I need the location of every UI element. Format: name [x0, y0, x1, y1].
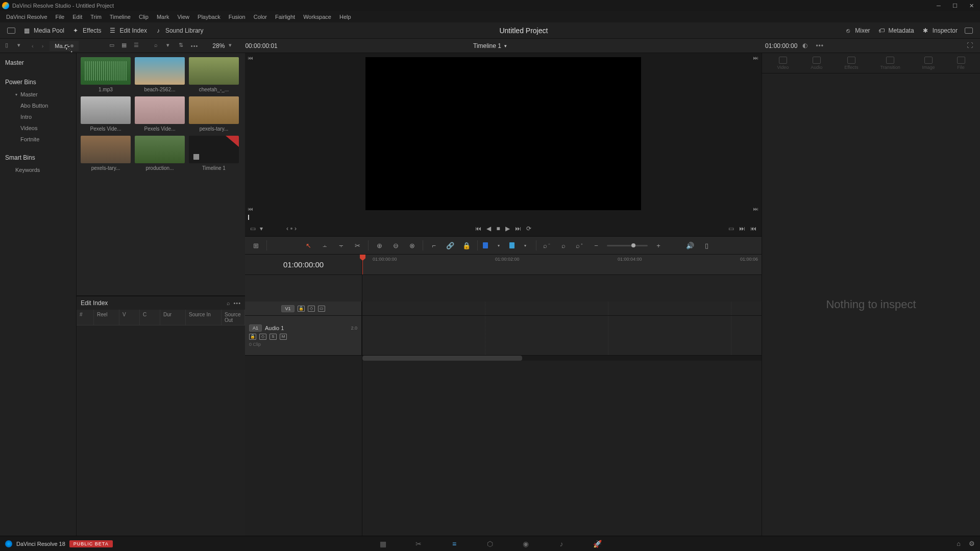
chevron-down-icon[interactable]: ▾ — [504, 43, 507, 48]
selection-tool-icon[interactable]: ↖ — [303, 240, 314, 251]
flag-blue-icon[interactable] — [483, 242, 488, 248]
lock-icon[interactable]: 🔒 — [249, 334, 256, 340]
last-frame-icon[interactable]: ⏭ — [753, 55, 758, 61]
col-v[interactable]: V — [119, 310, 140, 325]
power-bins-header[interactable]: Power Bins — [0, 76, 76, 89]
col-dur[interactable]: Dur — [160, 310, 186, 325]
effects-button[interactable]: ✦ Effects — [71, 27, 101, 35]
inspector-button[interactable]: ✱ Inspector — [921, 27, 958, 35]
maximize-button[interactable]: ☐ — [951, 2, 959, 9]
snapping-icon[interactable]: ⌐ — [428, 240, 439, 251]
loop-icon[interactable]: ⟳ — [526, 225, 531, 232]
chevron-down-icon[interactable]: ▾ — [229, 42, 237, 50]
timeline-body[interactable]: 01:00:00:00 01:00:02:00 01:00:04:00 01:0… — [362, 255, 762, 536]
menu-help[interactable]: Help — [335, 12, 355, 21]
inspector-tab-image[interactable]: Image — [922, 57, 935, 70]
chevron-down-icon[interactable]: ▾ — [17, 42, 26, 50]
timeline-scrollbar[interactable] — [362, 356, 762, 361]
insert-clip-icon[interactable]: ⊕ — [374, 240, 385, 251]
search-icon[interactable]: ⌕ — [154, 42, 162, 50]
media-clip[interactable]: beach-2562... — [135, 57, 185, 92]
next-edit-icon[interactable]: › — [295, 225, 297, 232]
overwrite-clip-icon[interactable]: ⊖ — [390, 240, 401, 251]
chevron-down-icon[interactable]: ▾ — [166, 42, 175, 50]
menu-view[interactable]: View — [173, 12, 193, 21]
last-frame-icon[interactable]: ⏭ — [753, 206, 758, 212]
bin-item-videos[interactable]: Videos — [0, 122, 76, 134]
media-clip[interactable]: Pexels Vide... — [135, 96, 185, 132]
a1-dest-badge[interactable]: A1 — [249, 324, 262, 332]
close-button[interactable]: ✕ — [968, 2, 975, 9]
replace-clip-icon[interactable]: ⊗ — [406, 240, 418, 251]
media-clip[interactable]: pexels-tary... — [81, 136, 131, 171]
bin-master[interactable]: Master — [0, 56, 76, 69]
menu-edit[interactable]: Edit — [68, 12, 86, 21]
menu-fusion[interactable]: Fusion — [225, 12, 250, 21]
more-options-icon[interactable]: ••• — [816, 42, 824, 49]
zoom-detail-icon[interactable]: ⌕ — [558, 240, 569, 251]
page-edit-icon[interactable]: ≡ — [449, 539, 459, 548]
media-clip[interactable]: cheetah_-_... — [189, 57, 239, 92]
col-num[interactable]: # — [77, 310, 94, 325]
first-frame-icon[interactable]: ⏮ — [248, 206, 253, 212]
mute-button[interactable]: M — [280, 334, 287, 340]
inspector-tab-effects[interactable]: Effects — [844, 57, 858, 70]
next-clip-icon[interactable]: ⏭ — [739, 225, 745, 232]
prev-clip-icon[interactable]: ⏮ — [750, 225, 756, 232]
more-options-icon[interactable]: ••• — [191, 43, 199, 49]
menu-clip[interactable]: Clip — [135, 12, 153, 21]
mixer-toggle-icon[interactable]: ▯ — [701, 240, 712, 251]
viewer-canvas[interactable] — [365, 57, 641, 210]
lock-icon[interactable]: 🔒 — [298, 306, 305, 312]
sound-library-button[interactable]: ♪ Sound Library — [154, 27, 204, 35]
viewer-scrubber[interactable] — [245, 214, 762, 221]
mixer-button[interactable]: ⎋ Mixer — [844, 27, 870, 35]
step-back-icon[interactable]: ◀ — [486, 225, 491, 232]
metadata-view-icon[interactable]: ▭ — [109, 42, 117, 50]
volume-icon[interactable]: 🔊 — [684, 240, 696, 251]
zoom-full-icon[interactable]: ⌕⁻ — [542, 240, 553, 251]
page-color-icon[interactable]: ◉ — [521, 539, 531, 548]
breadcrumb-tab[interactable]: Ma... — [50, 41, 78, 51]
inspector-tab-file[interactable]: File — [957, 57, 965, 70]
page-media-icon[interactable]: ▦ — [378, 539, 388, 548]
zoom-custom-icon[interactable]: ⌕⁺ — [574, 240, 585, 251]
dynamic-trim-icon[interactable]: ⫟ — [335, 240, 347, 251]
trim-tool-icon[interactable]: ⫠ — [319, 240, 330, 251]
menu-workspace[interactable]: Workspace — [299, 12, 335, 21]
media-clip[interactable]: 1.mp3 — [81, 57, 131, 92]
solo-button[interactable]: S — [270, 334, 277, 340]
dual-monitor-icon[interactable] — [965, 27, 973, 35]
zoom-percent[interactable]: 28% — [212, 42, 225, 49]
stop-icon[interactable]: ■ — [496, 225, 500, 232]
menu-trim[interactable]: Trim — [86, 12, 106, 21]
bin-item-abo-button[interactable]: Abo Button — [0, 100, 76, 111]
fullscreen-icon[interactable] — [7, 27, 15, 35]
go-start-icon[interactable]: ⏮ — [475, 225, 481, 232]
menu-color[interactable]: Color — [250, 12, 271, 21]
v1-dest-badge[interactable]: V1 — [281, 305, 294, 312]
bin-tree-icon[interactable]: ▯ — [5, 42, 13, 50]
col-c[interactable]: C — [140, 310, 160, 325]
bin-item-master[interactable]: ▾ Master — [0, 89, 76, 100]
linked-selection-icon[interactable]: 🔗 — [445, 240, 456, 251]
media-clip[interactable]: pexels-tary... — [189, 96, 239, 132]
track-visible-icon[interactable]: ▭ — [318, 306, 325, 312]
prev-edit-icon[interactable]: ‹ — [286, 225, 288, 232]
home-icon[interactable]: ⌂ — [957, 540, 961, 547]
go-end-icon[interactable]: ⏭ — [515, 225, 521, 232]
chevron-down-icon[interactable]: ▾ — [260, 225, 263, 232]
close-dot-icon[interactable] — [70, 44, 74, 47]
page-fusion-icon[interactable]: ⬡ — [485, 539, 495, 548]
page-cut-icon[interactable]: ✂ — [413, 539, 424, 548]
zoom-out-icon[interactable]: − — [591, 240, 602, 251]
menu-mark[interactable]: Mark — [153, 12, 173, 21]
smart-bins-header[interactable]: Smart Bins — [0, 151, 76, 164]
more-options-icon[interactable]: ••• — [233, 300, 241, 306]
zoom-slider[interactable] — [607, 245, 648, 246]
zoom-in-icon[interactable]: + — [653, 240, 664, 251]
chevron-down-icon[interactable]: ▾ — [520, 240, 531, 251]
inspector-tab-audio[interactable]: Audio — [811, 57, 822, 70]
timeline-ruler[interactable]: 01:00:00:00 01:00:02:00 01:00:04:00 01:0… — [362, 255, 762, 275]
nav-back-button[interactable]: ‹ — [30, 43, 36, 49]
